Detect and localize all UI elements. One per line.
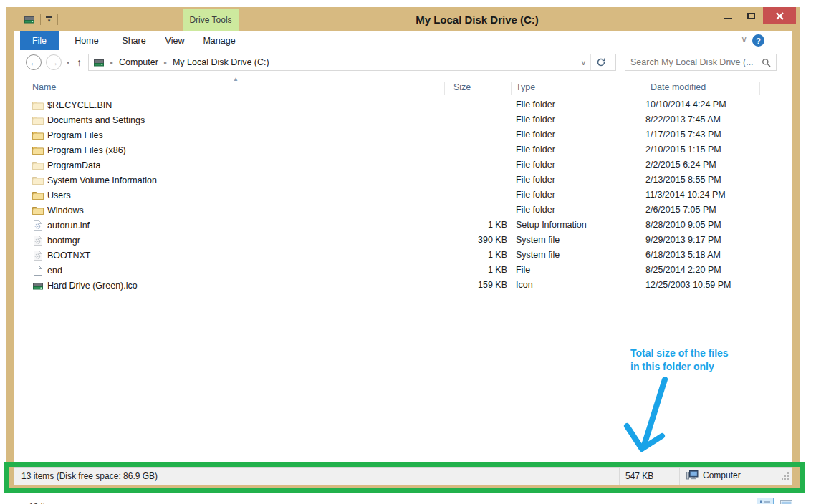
folder-hidden-icon (32, 100, 44, 110)
file-date-modified: 2/10/2015 1:15 PM (645, 145, 782, 155)
file-type: File folder (516, 100, 645, 110)
breadcrumb-separator-icon: ▸ (164, 59, 167, 66)
refresh-button[interactable] (591, 57, 611, 67)
file-date-modified: 2/6/2015 7:05 PM (645, 205, 782, 215)
divider (40, 14, 41, 25)
file-date-modified: 2/13/2015 8:55 PM (645, 175, 782, 185)
computer-icon (686, 470, 699, 480)
forward-button[interactable]: → (46, 54, 62, 70)
expand-ribbon-chevron-icon[interactable]: ∨ (741, 34, 747, 44)
drive-tools-contextual-tab[interactable]: Drive Tools (183, 9, 239, 32)
back-button[interactable]: ← (26, 54, 42, 70)
file-name: ProgramData (47, 160, 100, 170)
file-name: Program Files (47, 130, 103, 140)
file-row[interactable]: System Volume Information File folder 2/… (14, 173, 792, 188)
search-box[interactable] (625, 54, 777, 71)
file-row[interactable]: Hard Drive (Green).ico 159 KB Icon 12/25… (14, 278, 792, 293)
address-dropdown-icon[interactable]: ∨ (577, 59, 590, 67)
tab-manage[interactable]: Manage (194, 32, 244, 50)
column-header-date-modified[interactable]: Date modified (651, 82, 706, 92)
file-name: Hard Drive (Green).ico (47, 281, 138, 291)
view-toggles (757, 498, 795, 504)
system-file-icon (32, 236, 44, 246)
details-view-button[interactable] (757, 498, 774, 504)
breadcrumb-separator-icon: ▸ (110, 59, 113, 66)
window-title: My Local Disk Drive (C:) (398, 7, 556, 32)
file-date-modified: 10/10/2014 4:24 PM (645, 100, 782, 110)
tab-share[interactable]: Share (111, 32, 157, 50)
refresh-icon (596, 57, 606, 67)
file-name: Users (47, 190, 71, 200)
file-type: System file (516, 250, 645, 260)
file-row[interactable]: Users File folder 11/3/2014 10:24 PM (14, 188, 792, 203)
breadcrumb-current-drive[interactable]: My Local Disk Drive (C:) (173, 57, 269, 67)
breadcrumb-computer[interactable]: Computer (119, 57, 158, 67)
navigation-bar: ← → ▾ ↑ ▸ Computer ▸ My Local Disk Drive… (14, 50, 792, 74)
resize-grip-icon (781, 472, 789, 480)
titlebar: ▾ Drive Tools My Local Disk Drive (C:) (6, 7, 800, 32)
window-body: File Home Share View Manage ∨ ? ← → ▾ ↑ … (6, 32, 800, 491)
recent-locations-dropdown-icon[interactable]: ▾ (67, 59, 69, 66)
file-row[interactable]: $RECYCLE.BIN File folder 10/10/2014 4:24… (14, 97, 792, 112)
file-date-modified: 8/25/2014 2:20 PM (645, 265, 782, 275)
file-size: 1 KB (427, 265, 507, 275)
address-hard-drive-icon (93, 57, 105, 67)
address-bar[interactable]: ▸ Computer ▸ My Local Disk Drive (C:) ∨ (88, 54, 616, 71)
thumbnails-view-button[interactable] (777, 498, 795, 504)
minimize-button[interactable] (716, 7, 739, 24)
window-hard-drive-icon (24, 14, 35, 24)
tab-home[interactable]: Home (65, 32, 108, 50)
file-row[interactable]: Windows File folder 2/6/2015 7:05 PM (14, 203, 792, 218)
file-row[interactable]: end 1 KB File 8/25/2014 2:20 PM (14, 263, 792, 278)
up-button[interactable]: ↑ (77, 57, 82, 68)
file-date-modified: 8/28/2010 9:05 PM (645, 220, 782, 230)
customize-quick-access-toolbar-button[interactable]: ▾ (46, 16, 52, 22)
file-row[interactable]: Program Files File folder 1/17/2015 7:43… (14, 127, 792, 142)
file-size: 1 KB (427, 220, 507, 230)
file-type: File folder (516, 160, 645, 170)
file-type: File (516, 265, 645, 275)
file-row[interactable]: autorun.inf 1 KB Setup Information 8/28/… (14, 218, 792, 233)
tab-file[interactable]: File (20, 32, 59, 50)
help-button[interactable]: ? (752, 34, 764, 47)
desktop: { "titlebar": { "title": "My Local Disk … (0, 0, 816, 504)
file-row[interactable]: bootmgr 390 KB System file 9/29/2013 9:1… (14, 233, 792, 248)
search-icon[interactable] (762, 58, 771, 67)
file-row[interactable]: BOOTNXT 1 KB System file 6/18/2013 5:18 … (14, 248, 792, 263)
file-row[interactable]: Documents and Settings File folder 8/22/… (14, 112, 792, 127)
file-size: 1 KB (427, 250, 507, 260)
explorer-window: ▾ Drive Tools My Local Disk Drive (C:) F… (6, 7, 800, 491)
column-header-name[interactable]: Name (32, 82, 56, 92)
maximize-button[interactable] (739, 7, 763, 24)
search-input[interactable] (630, 57, 762, 67)
file-icon (32, 266, 44, 276)
quick-access-toolbar: ▾ (24, 7, 58, 32)
tab-view[interactable]: View (154, 32, 196, 50)
folder-icon (32, 205, 44, 215)
file-type: File folder (516, 130, 645, 140)
file-type: Setup Information (516, 220, 645, 230)
status-total-size: 547 KB (625, 471, 653, 481)
file-date-modified: 11/3/2014 10:24 PM (645, 190, 782, 200)
resize-grip[interactable] (781, 472, 789, 483)
ribbon-tab-row: File Home Share View Manage ∨ ? (14, 32, 792, 50)
file-type: Icon (516, 280, 645, 290)
close-button[interactable] (763, 7, 796, 24)
column-header-size[interactable]: Size (453, 82, 471, 92)
sort-ascending-icon: ▲ (233, 76, 239, 82)
file-name: System Volume Information (47, 175, 157, 185)
hard-drive-icon (32, 281, 44, 291)
file-name: Documents and Settings (47, 115, 145, 125)
file-type: File folder (516, 115, 645, 125)
file-row[interactable]: ProgramData File folder 2/2/2015 6:24 PM (14, 158, 792, 173)
file-type: System file (516, 235, 645, 245)
folder-hidden-icon (32, 175, 44, 185)
thumbnails-view-icon (780, 500, 792, 504)
divider (57, 14, 58, 25)
status-location-label: Computer (703, 470, 741, 480)
column-header-type[interactable]: Type (516, 82, 535, 92)
file-row[interactable]: Program Files (x86) File folder 2/10/201… (14, 142, 792, 158)
setup-info-icon (32, 220, 44, 231)
file-date-modified: 9/29/2013 9:17 PM (645, 235, 782, 245)
file-type: File folder (516, 190, 645, 200)
